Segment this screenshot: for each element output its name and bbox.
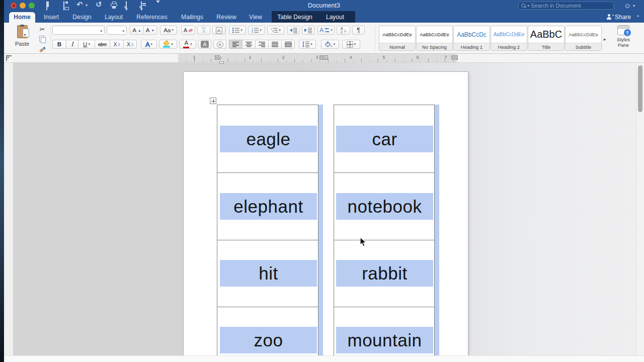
style-title[interactable]: AaBbC Title xyxy=(528,26,565,51)
tab-review[interactable]: Review xyxy=(216,14,236,21)
styles-pane-button[interactable]: ¶ Styles Pane xyxy=(610,25,637,52)
numbering-button[interactable]: 123 ▾ xyxy=(248,26,265,35)
show-paragraph-marks-button[interactable]: ¶ xyxy=(352,26,365,35)
search-placeholder: Search in Document xyxy=(531,3,581,9)
table-cell-highlight[interactable]: elephant xyxy=(220,193,317,220)
search-scope-caret-icon[interactable]: ▾ xyxy=(527,4,529,8)
left-indent-marker[interactable] xyxy=(219,61,224,64)
style-subtitle[interactable]: AaBbCcDdEe Subtitle xyxy=(565,26,602,51)
text-direction-button[interactable]: A ▾ xyxy=(317,26,335,35)
outdent-icon xyxy=(290,27,297,33)
shrink-font-button[interactable]: A▼ xyxy=(143,26,157,35)
shading-button[interactable]: ▾ xyxy=(321,40,339,49)
clear-formatting-button[interactable]: A xyxy=(181,26,195,35)
style-normal[interactable]: AaBbCcDdEe Normal xyxy=(379,26,416,51)
character-shading-button[interactable]: A xyxy=(198,40,211,49)
distribute-text-button[interactable] xyxy=(281,40,295,49)
paste-button[interactable]: ▾ Paste xyxy=(9,25,35,51)
align-center-button[interactable] xyxy=(242,40,255,49)
vertical-scrollbar-thumb[interactable] xyxy=(638,65,642,112)
tab-stop-selector[interactable] xyxy=(6,55,12,61)
share-label: Share xyxy=(615,14,631,21)
numbered-list-icon: 123 xyxy=(252,27,259,33)
superscript-button[interactable]: X2 xyxy=(123,40,137,49)
desktop-edge-strip xyxy=(0,0,4,362)
table-cell-highlight[interactable]: rabbit xyxy=(336,260,433,287)
share-button[interactable]: + Share xyxy=(607,14,631,21)
tab-insert[interactable]: Insert xyxy=(44,14,59,21)
multilevel-list-icon: 1ai xyxy=(271,27,278,33)
subscript-button[interactable]: X2 xyxy=(110,40,123,49)
style-no-spacing[interactable]: AaBbCcDdEe No Spacing xyxy=(416,26,453,51)
tab-layout[interactable]: Layout xyxy=(105,14,123,21)
style-heading-2[interactable]: AaBbCcDdEe Heading 2 xyxy=(491,26,527,51)
table-cell-highlight[interactable]: zoo xyxy=(220,327,317,353)
text-effects-button[interactable]: A▾ xyxy=(141,40,157,49)
font-color-button[interactable]: A ▾ xyxy=(179,40,196,49)
bold-button[interactable]: B xyxy=(52,40,66,49)
word-text: notebook xyxy=(347,197,422,217)
font-size-select[interactable]: ▾ xyxy=(107,26,127,35)
line-spacing-button[interactable]: ▾ xyxy=(299,40,316,49)
style-heading-1[interactable]: AaBbCcDc Heading 1 xyxy=(453,26,490,51)
word-text: mountain xyxy=(348,330,422,350)
first-line-indent-marker[interactable] xyxy=(219,55,223,57)
tab-references[interactable]: References xyxy=(136,14,167,21)
decrease-indent-button[interactable] xyxy=(287,26,300,35)
page[interactable]: eagle car elephant notebook hit rabbit z… xyxy=(184,72,468,355)
ribbon-collapse-icon[interactable]: ⌃ xyxy=(636,15,640,20)
feedback-smiley-icon[interactable]: ☺ xyxy=(624,2,631,10)
tab-view[interactable]: View xyxy=(249,14,262,21)
styles-pane-label: Styles xyxy=(617,37,630,42)
character-border-button[interactable]: A xyxy=(212,26,225,35)
change-case-button[interactable]: Aa▾ xyxy=(160,26,177,35)
line-spacing-icon xyxy=(302,41,309,47)
vertical-scrollbar[interactable] xyxy=(636,63,644,355)
tab-home[interactable]: Home xyxy=(9,12,35,23)
italic-button[interactable]: I xyxy=(66,40,78,49)
align-left-button[interactable] xyxy=(229,40,242,49)
sort-arrow-icon: ↓ xyxy=(344,28,346,33)
tab-table-layout[interactable]: Layout xyxy=(326,14,344,21)
paste-caret-icon[interactable]: ▾ xyxy=(24,33,26,37)
bullets-button[interactable]: ▾ xyxy=(229,26,246,35)
tab-mailings[interactable]: Mailings xyxy=(181,14,203,21)
table-column-marker[interactable] xyxy=(451,55,458,60)
strikethrough-button[interactable]: abe xyxy=(95,40,110,49)
table-cell-highlight[interactable]: hit xyxy=(220,260,317,287)
align-right-button[interactable] xyxy=(255,40,268,49)
highlighter-icon xyxy=(163,41,170,48)
word-text: eagle xyxy=(246,129,290,149)
styles-gallery-expand-icon[interactable]: ▸ xyxy=(604,37,606,42)
text-highlight-button[interactable]: ▾ xyxy=(159,40,177,49)
phonetic-guide-button[interactable]: abcA xyxy=(197,26,210,35)
hanging-indent-marker[interactable] xyxy=(219,58,223,61)
ruler-number: 5 xyxy=(382,55,385,60)
multilevel-list-button[interactable]: 1ai ▾ xyxy=(267,26,284,35)
table-move-handle[interactable] xyxy=(210,98,216,104)
tab-table-design[interactable]: Table Design xyxy=(277,14,312,21)
feedback-caret-icon[interactable]: ▾ xyxy=(633,4,635,8)
justify-button[interactable] xyxy=(268,40,281,49)
sort-button[interactable]: AZ ↓ xyxy=(337,26,350,35)
underline-button[interactable]: U▾ xyxy=(78,40,95,49)
increase-indent-button[interactable] xyxy=(302,26,314,35)
grow-font-button[interactable]: A▲ xyxy=(130,26,143,35)
search-input[interactable]: ▾ Search in Document xyxy=(518,2,614,10)
copy-button[interactable] xyxy=(37,35,47,43)
horizontal-scrollbar-area[interactable] xyxy=(4,355,644,362)
format-painter-button[interactable] xyxy=(37,45,47,53)
indent-icon xyxy=(304,27,312,33)
tab-design[interactable]: Design xyxy=(72,14,91,21)
table-column-marker[interactable] xyxy=(319,55,328,60)
cut-button[interactable]: ✂ xyxy=(37,25,47,33)
enclose-characters-button[interactable]: A xyxy=(213,40,226,49)
table-cell-highlight[interactable]: eagle xyxy=(220,126,317,152)
table-cell-highlight[interactable]: notebook xyxy=(336,193,433,220)
borders-button[interactable]: ▾ xyxy=(342,40,360,49)
style-sample: AaBbCcDdEe xyxy=(417,26,452,43)
font-name-select[interactable]: ▾ xyxy=(52,26,105,35)
table-cell-highlight[interactable]: car xyxy=(336,126,433,152)
table-cell-highlight[interactable]: mountain xyxy=(336,327,433,353)
styles-pane-icon: ¶ xyxy=(617,25,629,35)
